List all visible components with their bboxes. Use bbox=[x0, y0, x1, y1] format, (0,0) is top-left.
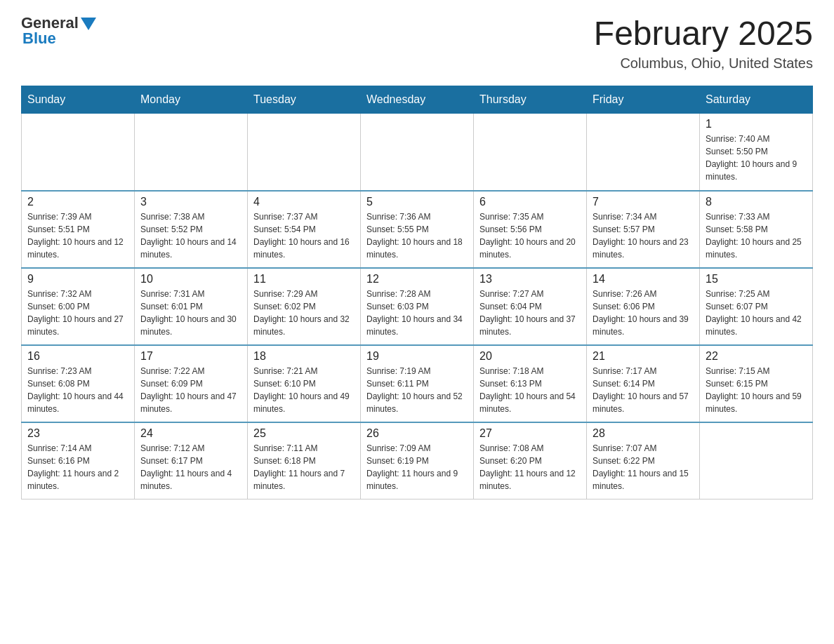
calendar-cell: 28Sunrise: 7:07 AM Sunset: 6:22 PM Dayli… bbox=[587, 422, 700, 499]
calendar-cell: 24Sunrise: 7:12 AM Sunset: 6:17 PM Dayli… bbox=[135, 422, 248, 499]
day-number: 17 bbox=[140, 350, 241, 363]
day-number: 12 bbox=[366, 273, 468, 286]
day-info: Sunrise: 7:39 AM Sunset: 5:51 PM Dayligh… bbox=[27, 210, 128, 261]
day-number: 6 bbox=[479, 196, 581, 208]
day-info: Sunrise: 7:09 AM Sunset: 6:19 PM Dayligh… bbox=[366, 442, 468, 492]
calendar-cell bbox=[22, 114, 135, 191]
day-info: Sunrise: 7:08 AM Sunset: 6:20 PM Dayligh… bbox=[479, 442, 581, 492]
day-number: 18 bbox=[253, 350, 355, 363]
day-info: Sunrise: 7:11 AM Sunset: 6:18 PM Dayligh… bbox=[253, 442, 355, 492]
calendar-cell bbox=[587, 114, 700, 191]
day-info: Sunrise: 7:28 AM Sunset: 6:03 PM Dayligh… bbox=[366, 288, 468, 338]
logo: General Blue bbox=[21, 14, 96, 48]
svg-marker-0 bbox=[81, 18, 96, 30]
day-info: Sunrise: 7:34 AM Sunset: 5:57 PM Dayligh… bbox=[593, 210, 694, 261]
day-info: Sunrise: 7:38 AM Sunset: 5:52 PM Dayligh… bbox=[140, 210, 241, 261]
day-number: 5 bbox=[366, 196, 468, 208]
day-info: Sunrise: 7:22 AM Sunset: 6:09 PM Dayligh… bbox=[140, 365, 241, 415]
calendar-table: SundayMondayTuesdayWednesdayThursdayFrid… bbox=[21, 86, 813, 499]
day-number: 14 bbox=[593, 273, 694, 286]
day-number: 28 bbox=[593, 427, 694, 440]
title-section: February 2025 Columbus, Ohio, United Sta… bbox=[594, 14, 813, 72]
calendar-cell: 15Sunrise: 7:25 AM Sunset: 6:07 PM Dayli… bbox=[700, 268, 813, 345]
day-info: Sunrise: 7:29 AM Sunset: 6:02 PM Dayligh… bbox=[253, 288, 355, 338]
calendar-header-thursday: Thursday bbox=[474, 86, 587, 114]
day-info: Sunrise: 7:27 AM Sunset: 6:04 PM Dayligh… bbox=[479, 288, 581, 338]
calendar-cell bbox=[700, 422, 813, 499]
calendar-week-row: 16Sunrise: 7:23 AM Sunset: 6:08 PM Dayli… bbox=[22, 345, 813, 422]
logo-triangle-icon bbox=[81, 18, 96, 30]
day-number: 22 bbox=[706, 350, 807, 363]
page-header: General Blue February 2025 Columbus, Ohi… bbox=[21, 14, 813, 72]
day-info: Sunrise: 7:33 AM Sunset: 5:58 PM Dayligh… bbox=[706, 210, 807, 261]
calendar-header-tuesday: Tuesday bbox=[248, 86, 361, 114]
calendar-cell: 12Sunrise: 7:28 AM Sunset: 6:03 PM Dayli… bbox=[361, 268, 474, 345]
calendar-cell: 14Sunrise: 7:26 AM Sunset: 6:06 PM Dayli… bbox=[587, 268, 700, 345]
day-number: 19 bbox=[366, 350, 468, 363]
calendar-cell: 16Sunrise: 7:23 AM Sunset: 6:08 PM Dayli… bbox=[22, 345, 135, 422]
calendar-cell: 6Sunrise: 7:35 AM Sunset: 5:56 PM Daylig… bbox=[474, 191, 587, 268]
calendar-cell: 10Sunrise: 7:31 AM Sunset: 6:01 PM Dayli… bbox=[135, 268, 248, 345]
calendar-cell: 11Sunrise: 7:29 AM Sunset: 6:02 PM Dayli… bbox=[248, 268, 361, 345]
day-number: 9 bbox=[27, 273, 128, 286]
calendar-week-row: 1Sunrise: 7:40 AM Sunset: 5:50 PM Daylig… bbox=[22, 114, 813, 191]
day-number: 16 bbox=[27, 350, 128, 363]
day-number: 27 bbox=[479, 427, 581, 440]
calendar-cell: 18Sunrise: 7:21 AM Sunset: 6:10 PM Dayli… bbox=[248, 345, 361, 422]
month-title: February 2025 bbox=[594, 14, 813, 53]
calendar-cell: 20Sunrise: 7:18 AM Sunset: 6:13 PM Dayli… bbox=[474, 345, 587, 422]
day-number: 10 bbox=[140, 273, 241, 286]
day-number: 26 bbox=[366, 427, 468, 440]
calendar-cell: 4Sunrise: 7:37 AM Sunset: 5:54 PM Daylig… bbox=[248, 191, 361, 268]
day-number: 23 bbox=[27, 427, 128, 440]
day-number: 20 bbox=[479, 350, 581, 363]
calendar-cell: 22Sunrise: 7:15 AM Sunset: 6:15 PM Dayli… bbox=[700, 345, 813, 422]
calendar-week-row: 9Sunrise: 7:32 AM Sunset: 6:00 PM Daylig… bbox=[22, 268, 813, 345]
day-info: Sunrise: 7:12 AM Sunset: 6:17 PM Dayligh… bbox=[140, 442, 241, 492]
day-info: Sunrise: 7:23 AM Sunset: 6:08 PM Dayligh… bbox=[27, 365, 128, 415]
calendar-cell bbox=[474, 114, 587, 191]
calendar-header-monday: Monday bbox=[135, 86, 248, 114]
calendar-week-row: 2Sunrise: 7:39 AM Sunset: 5:51 PM Daylig… bbox=[22, 191, 813, 268]
calendar-cell: 25Sunrise: 7:11 AM Sunset: 6:18 PM Dayli… bbox=[248, 422, 361, 499]
calendar-cell: 13Sunrise: 7:27 AM Sunset: 6:04 PM Dayli… bbox=[474, 268, 587, 345]
calendar-cell bbox=[248, 114, 361, 191]
day-info: Sunrise: 7:17 AM Sunset: 6:14 PM Dayligh… bbox=[593, 365, 694, 415]
day-info: Sunrise: 7:15 AM Sunset: 6:15 PM Dayligh… bbox=[706, 365, 807, 415]
calendar-header-saturday: Saturday bbox=[700, 86, 813, 114]
day-info: Sunrise: 7:26 AM Sunset: 6:06 PM Dayligh… bbox=[593, 288, 694, 338]
calendar-cell bbox=[135, 114, 248, 191]
day-number: 4 bbox=[253, 196, 355, 208]
day-number: 13 bbox=[479, 273, 581, 286]
day-number: 25 bbox=[253, 427, 355, 440]
day-number: 8 bbox=[706, 196, 807, 208]
calendar-header-sunday: Sunday bbox=[22, 86, 135, 114]
calendar-cell: 17Sunrise: 7:22 AM Sunset: 6:09 PM Dayli… bbox=[135, 345, 248, 422]
day-info: Sunrise: 7:31 AM Sunset: 6:01 PM Dayligh… bbox=[140, 288, 241, 338]
calendar-header-wednesday: Wednesday bbox=[361, 86, 474, 114]
day-info: Sunrise: 7:19 AM Sunset: 6:11 PM Dayligh… bbox=[366, 365, 468, 415]
calendar-cell: 9Sunrise: 7:32 AM Sunset: 6:00 PM Daylig… bbox=[22, 268, 135, 345]
day-number: 7 bbox=[593, 196, 694, 208]
calendar-week-row: 23Sunrise: 7:14 AM Sunset: 6:16 PM Dayli… bbox=[22, 422, 813, 499]
day-info: Sunrise: 7:14 AM Sunset: 6:16 PM Dayligh… bbox=[27, 442, 128, 492]
calendar-header-friday: Friday bbox=[587, 86, 700, 114]
day-info: Sunrise: 7:32 AM Sunset: 6:00 PM Dayligh… bbox=[27, 288, 128, 338]
calendar-cell bbox=[361, 114, 474, 191]
day-number: 1 bbox=[706, 118, 807, 130]
day-info: Sunrise: 7:35 AM Sunset: 5:56 PM Dayligh… bbox=[479, 210, 581, 261]
logo-blue: Blue bbox=[22, 29, 56, 48]
calendar-cell: 1Sunrise: 7:40 AM Sunset: 5:50 PM Daylig… bbox=[700, 114, 813, 191]
calendar-cell: 23Sunrise: 7:14 AM Sunset: 6:16 PM Dayli… bbox=[22, 422, 135, 499]
day-info: Sunrise: 7:25 AM Sunset: 6:07 PM Dayligh… bbox=[706, 288, 807, 338]
day-info: Sunrise: 7:40 AM Sunset: 5:50 PM Dayligh… bbox=[706, 133, 807, 183]
day-info: Sunrise: 7:07 AM Sunset: 6:22 PM Dayligh… bbox=[593, 442, 694, 492]
day-info: Sunrise: 7:18 AM Sunset: 6:13 PM Dayligh… bbox=[479, 365, 581, 415]
day-info: Sunrise: 7:36 AM Sunset: 5:55 PM Dayligh… bbox=[366, 210, 468, 261]
calendar-cell: 7Sunrise: 7:34 AM Sunset: 5:57 PM Daylig… bbox=[587, 191, 700, 268]
calendar-cell: 2Sunrise: 7:39 AM Sunset: 5:51 PM Daylig… bbox=[22, 191, 135, 268]
day-info: Sunrise: 7:37 AM Sunset: 5:54 PM Dayligh… bbox=[253, 210, 355, 261]
day-number: 24 bbox=[140, 427, 241, 440]
day-info: Sunrise: 7:21 AM Sunset: 6:10 PM Dayligh… bbox=[253, 365, 355, 415]
calendar-cell: 19Sunrise: 7:19 AM Sunset: 6:11 PM Dayli… bbox=[361, 345, 474, 422]
